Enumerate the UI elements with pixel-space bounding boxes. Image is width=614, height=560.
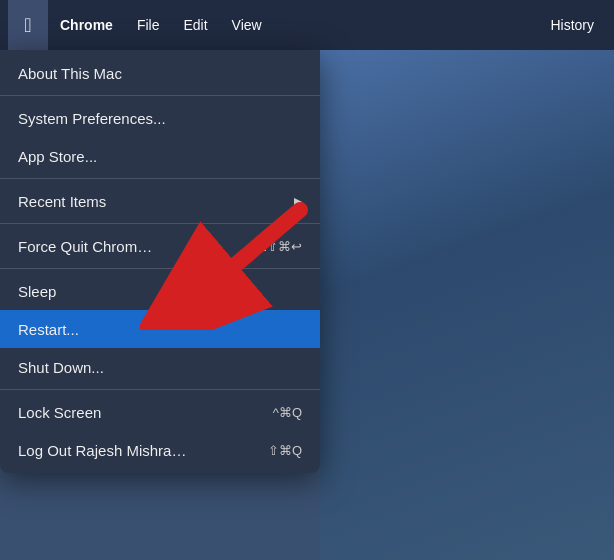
desktop-background [320, 50, 614, 560]
menubar:  Chrome File Edit View History [0, 0, 614, 50]
menu-item-shutdown[interactable]: Shut Down... [0, 348, 320, 386]
menu-divider-1 [0, 95, 320, 96]
logout-shortcut: ⇧⌘Q [268, 443, 302, 458]
menu-item-lock-screen[interactable]: Lock Screen ^⌘Q [0, 393, 320, 431]
menubar-file[interactable]: File [125, 0, 172, 50]
menu-item-about[interactable]: About This Mac [0, 54, 320, 92]
lock-screen-shortcut: ^⌘Q [273, 405, 302, 420]
apple-menu-button[interactable]:  [8, 0, 48, 50]
menu-divider-5 [0, 389, 320, 390]
menu-divider-3 [0, 223, 320, 224]
menubar-edit[interactable]: Edit [171, 0, 219, 50]
force-quit-shortcut: ⌥⇧⌘↩ [252, 239, 302, 254]
menu-item-recent-items[interactable]: Recent Items ▶ [0, 182, 320, 220]
menubar-view[interactable]: View [220, 0, 274, 50]
apple-logo-icon:  [24, 14, 31, 37]
menu-item-logout[interactable]: Log Out Rajesh Mishra… ⇧⌘Q [0, 431, 320, 469]
menu-item-system-prefs[interactable]: System Preferences... [0, 99, 320, 137]
submenu-arrow-icon: ▶ [294, 195, 302, 208]
menu-item-restart[interactable]: Restart... [0, 310, 320, 348]
menu-item-sleep[interactable]: Sleep [0, 272, 320, 310]
menu-divider-4 [0, 268, 320, 269]
menubar-chrome[interactable]: Chrome [48, 0, 125, 50]
menu-item-app-store[interactable]: App Store... [0, 137, 320, 175]
menu-divider-2 [0, 178, 320, 179]
apple-dropdown-menu: About This Mac System Preferences... App… [0, 50, 320, 473]
menubar-history[interactable]: History [538, 0, 606, 50]
menu-item-force-quit[interactable]: Force Quit Chrom… ⌥⇧⌘↩ [0, 227, 320, 265]
